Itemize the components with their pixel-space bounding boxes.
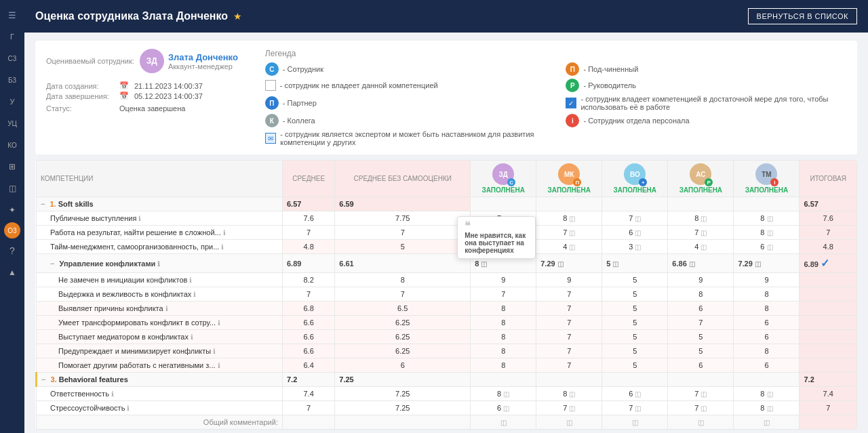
edit-str4-icon[interactable]: ◫ xyxy=(701,405,707,412)
info-resp-icon[interactable]: ℹ xyxy=(111,390,114,398)
info-result-icon[interactable]: ℹ xyxy=(223,229,226,236)
row-polite-p2: 7 xyxy=(536,287,602,302)
row-resp-p3: 6 ◫ xyxy=(602,387,668,401)
dates-section: Дата создания: 📅 21.11.2023 14:00:37 Дат… xyxy=(46,81,238,112)
row-mediator-p3: 5 xyxy=(602,330,668,344)
person-5-avatar: ТМ i xyxy=(755,163,777,185)
sidebar-item-2[interactable]: С3 xyxy=(3,49,22,68)
calendar-icon: 📅 xyxy=(119,81,129,90)
row-result-p2: 7 ◫ xyxy=(536,226,602,240)
row-result-name: Работа на результат, найти решение в сло… xyxy=(37,226,283,240)
comment-p3-icon[interactable]: ◫ xyxy=(632,419,638,426)
sidebar-item-o3[interactable]: О3 xyxy=(4,222,20,239)
col-header-avg-no-self: СРЕДНЕЕ БЕЗ САМООЦЕНКИ xyxy=(335,161,471,197)
edit-resp1-icon[interactable]: ◫ xyxy=(503,390,509,398)
edit-resp2-icon[interactable]: ◫ xyxy=(569,390,575,398)
row-noinit-final xyxy=(800,273,857,287)
favorite-icon[interactable]: ★ xyxy=(233,11,242,22)
row-stress-p2: 7 ◫ xyxy=(536,401,602,415)
edit-r2-icon[interactable]: ◫ xyxy=(569,229,575,236)
edit-str5-icon[interactable]: ◫ xyxy=(767,405,773,412)
edit-t2-icon[interactable]: ◫ xyxy=(569,243,575,251)
edit-resp4-icon[interactable]: ◫ xyxy=(701,390,707,398)
info-stress-icon[interactable]: ℹ xyxy=(127,405,130,412)
legend-section: Легенда С - Сотрудник П - Под-чиненный -… xyxy=(265,49,846,146)
edit-t5-icon[interactable]: ◫ xyxy=(767,243,773,251)
legend-hr-text: - Сотрудник отдела персонала xyxy=(583,117,689,125)
edit-5-icon[interactable]: ◫ xyxy=(767,215,773,222)
section-3-p5 xyxy=(734,373,800,387)
edit-r5-icon[interactable]: ◫ xyxy=(767,229,773,236)
edit-t4-icon[interactable]: ◫ xyxy=(701,243,707,251)
legend-subordinate-text: - Под-чиненный xyxy=(583,65,638,73)
row-causes-avg: 6.8 xyxy=(282,302,334,316)
edit-4-icon[interactable]: ◫ xyxy=(701,215,707,222)
sidebar-item-3[interactable]: Б3 xyxy=(3,70,22,89)
comment-avg-no-self xyxy=(335,415,471,430)
person-1-badge: С xyxy=(507,178,515,186)
row-transform-name: Умеет трансформировать конфликт в сотру.… xyxy=(37,316,283,330)
sidebar-item-5[interactable]: УЦ xyxy=(3,114,22,133)
info-noinit-icon[interactable]: ℹ xyxy=(189,276,192,284)
edit-c4-icon[interactable]: ◫ xyxy=(689,260,695,268)
info-transform-icon[interactable]: ℹ xyxy=(218,319,220,327)
info-mediator-icon[interactable]: ℹ xyxy=(191,333,193,341)
sidebar-item-user[interactable]: ▲ xyxy=(3,263,22,282)
sidebar-menu-icon[interactable]: ☰ xyxy=(3,5,22,24)
edit-str2-icon[interactable]: ◫ xyxy=(569,405,575,412)
edit-c1-icon[interactable]: ◫ xyxy=(481,260,487,268)
edit-r4-icon[interactable]: ◫ xyxy=(701,229,707,236)
info-public-icon[interactable]: ℹ xyxy=(138,215,141,222)
legend-expert-icon: ✉ xyxy=(265,133,276,144)
row-result-avg: 7 xyxy=(282,226,334,240)
edit-2-icon[interactable]: ◫ xyxy=(569,215,575,222)
info-conflict-icon[interactable]: ℹ xyxy=(157,260,160,268)
edit-c2-icon[interactable]: ◫ xyxy=(557,260,564,268)
comment-avg xyxy=(282,415,334,430)
comment-p4-icon[interactable]: ◫ xyxy=(698,419,704,426)
comment-p2: ◫ xyxy=(536,415,602,430)
info-time-icon[interactable]: ℹ xyxy=(221,243,224,251)
edit-r3-icon[interactable]: ◫ xyxy=(635,229,641,236)
edit-c3-icon[interactable]: ◫ xyxy=(612,260,618,268)
row-mediator-p2: 7 xyxy=(536,330,602,344)
info-causes-icon[interactable]: ℹ xyxy=(165,305,168,312)
sidebar-item-4[interactable]: У xyxy=(3,92,22,111)
sidebar-item-9[interactable]: ✦ xyxy=(3,201,22,220)
info-polite-icon[interactable]: ℹ xyxy=(193,291,196,298)
edit-resp5-icon[interactable]: ◫ xyxy=(767,390,773,398)
comment-p1-icon[interactable]: ◫ xyxy=(500,419,507,426)
employee-name[interactable]: Злата Донченко xyxy=(168,52,238,62)
row-mediator-p1: 8 xyxy=(471,330,536,344)
row-time-final: 4.8 xyxy=(800,240,857,254)
sidebar-item-help[interactable]: ? xyxy=(3,241,22,260)
row-prevent-avg: 6.6 xyxy=(282,344,334,358)
expand-3-icon[interactable]: − xyxy=(41,375,45,384)
date-finish-row: Дата завершения: 📅 05.12.2023 14:00:37 xyxy=(46,91,238,100)
comment-p5-icon[interactable]: ◫ xyxy=(764,419,770,426)
back-button[interactable]: ВЕРНУТЬСЯ В СПИСОК xyxy=(748,8,857,24)
info-help-icon[interactable]: ℹ xyxy=(218,362,220,369)
person-4-badge: Р xyxy=(705,178,713,186)
expand-conflict-icon[interactable]: − xyxy=(50,260,54,268)
sidebar-item-1[interactable]: Г xyxy=(3,27,22,46)
date-created-row: Дата создания: 📅 21.11.2023 14:00:37 xyxy=(46,81,238,90)
expand-1-icon[interactable]: − xyxy=(41,200,45,208)
section-1-p3 xyxy=(602,197,668,211)
comment-p2-icon[interactable]: ◫ xyxy=(566,419,572,426)
info-prevent-icon[interactable]: ℹ xyxy=(213,348,216,355)
sidebar-item-8[interactable]: ◫ xyxy=(3,179,22,198)
comment-label: Общий комментарий: xyxy=(37,415,283,430)
edit-resp3-icon[interactable]: ◫ xyxy=(635,390,641,398)
col-header-person-3: ВО + Заполнена xyxy=(602,161,668,197)
edit-3-icon[interactable]: ◫ xyxy=(635,215,641,222)
edit-str1-icon[interactable]: ◫ xyxy=(503,405,509,412)
edit-str3-icon[interactable]: ◫ xyxy=(635,405,641,412)
edit-c5-icon[interactable]: ◫ xyxy=(755,260,761,268)
person-3-status: Заполнена xyxy=(614,186,656,194)
legend-item-no-competency: - сотрудник не владеет данной компетенци… xyxy=(265,79,546,92)
sidebar-item-6[interactable]: КО xyxy=(3,136,22,154)
edit-t3-icon[interactable]: ◫ xyxy=(635,243,641,251)
subsection-conflict-name: − Управление конфликтами ℹ xyxy=(37,254,283,273)
sidebar-item-7[interactable]: ⊞ xyxy=(3,157,22,176)
